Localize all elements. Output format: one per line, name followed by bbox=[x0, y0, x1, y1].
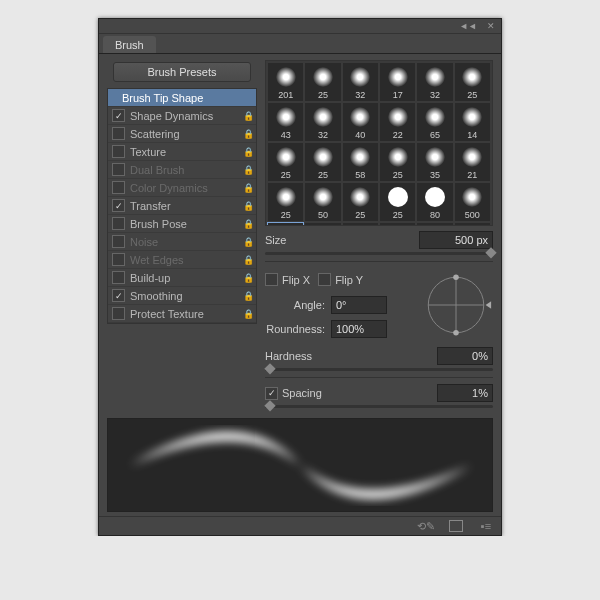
option-checkbox[interactable]: ✓ bbox=[112, 109, 125, 122]
size-field[interactable]: 500 px bbox=[419, 231, 493, 249]
option-checkbox[interactable] bbox=[112, 181, 125, 194]
option-checkbox[interactable] bbox=[112, 217, 125, 230]
option-dual-brush[interactable]: Dual Brush🔒 bbox=[108, 161, 256, 179]
brush-thumb[interactable]: 32 bbox=[417, 63, 452, 101]
brush-thumb[interactable]: 58 bbox=[343, 143, 378, 181]
lock-icon[interactable]: 🔒 bbox=[243, 291, 252, 301]
tab-brush[interactable]: Brush bbox=[103, 36, 156, 53]
option-label: Wet Edges bbox=[130, 254, 243, 266]
brush-thumb[interactable]: 65 bbox=[417, 103, 452, 141]
brush-icon bbox=[462, 107, 482, 127]
lock-icon[interactable]: 🔒 bbox=[243, 201, 252, 211]
close-icon[interactable]: ✕ bbox=[487, 21, 495, 31]
tab-row: Brush bbox=[99, 34, 501, 54]
brush-thumb[interactable]: 32 bbox=[305, 103, 340, 141]
spacing-checkbox[interactable]: ✓ bbox=[265, 387, 278, 400]
spacing-slider[interactable] bbox=[265, 405, 493, 408]
brush-thumb[interactable]: 25 bbox=[417, 223, 452, 226]
brush-thumb[interactable]: 32 bbox=[343, 63, 378, 101]
option-checkbox[interactable] bbox=[112, 163, 125, 176]
menu-icon[interactable]: ▪≡ bbox=[479, 520, 493, 532]
panel-footer: ⟲✎ ▪≡ bbox=[99, 516, 501, 535]
option-texture[interactable]: Texture🔒 bbox=[108, 143, 256, 161]
brush-icon bbox=[425, 107, 445, 127]
hardness-field[interactable]: 0% bbox=[437, 347, 493, 365]
brush-thumb[interactable]: 21 bbox=[455, 143, 490, 181]
brush-thumb[interactable]: 80 bbox=[417, 183, 452, 221]
flipy-checkbox[interactable] bbox=[318, 273, 331, 286]
lock-icon[interactable]: 🔒 bbox=[243, 237, 252, 247]
brush-thumb[interactable]: 14 bbox=[455, 103, 490, 141]
svg-marker-5 bbox=[486, 301, 492, 308]
brush-thumb[interactable]: 50 bbox=[305, 183, 340, 221]
brush-thumb[interactable]: 25 bbox=[455, 63, 490, 101]
brush-presets-button[interactable]: Brush Presets bbox=[113, 62, 251, 82]
angle-control[interactable] bbox=[419, 268, 493, 342]
brush-thumb[interactable]: 500 bbox=[455, 183, 490, 221]
size-slider[interactable] bbox=[265, 252, 493, 255]
option-shape-dynamics[interactable]: ✓Shape Dynamics🔒 bbox=[108, 107, 256, 125]
roundness-label: Roundness: bbox=[265, 323, 325, 335]
brush-icon bbox=[388, 67, 408, 87]
option-smoothing[interactable]: ✓Smoothing🔒 bbox=[108, 287, 256, 305]
lock-icon[interactable]: 🔒 bbox=[243, 147, 252, 157]
brush-thumb[interactable]: 17 bbox=[380, 63, 415, 101]
option-checkbox[interactable] bbox=[112, 307, 125, 320]
angle-field[interactable]: 0° bbox=[331, 296, 387, 314]
option-build-up[interactable]: Build-up🔒 bbox=[108, 269, 256, 287]
brush-thumb[interactable]: 201 bbox=[268, 63, 303, 101]
brush-thumb[interactable]: 25 bbox=[268, 143, 303, 181]
lock-icon[interactable]: 🔒 bbox=[243, 219, 252, 229]
brush-thumb[interactable]: 25 bbox=[380, 143, 415, 181]
option-brush-pose[interactable]: Brush Pose🔒 bbox=[108, 215, 256, 233]
roundness-field[interactable]: 100% bbox=[331, 320, 387, 338]
brush-thumb[interactable]: 35 bbox=[417, 143, 452, 181]
option-checkbox[interactable] bbox=[112, 145, 125, 158]
option-noise[interactable]: Noise🔒 bbox=[108, 233, 256, 251]
lock-icon[interactable]: 🔒 bbox=[243, 129, 252, 139]
brush-thumb[interactable]: 25 bbox=[380, 183, 415, 221]
brush-thumb[interactable]: 25 bbox=[305, 63, 340, 101]
option-checkbox[interactable]: ✓ bbox=[112, 289, 125, 302]
option-color-dynamics[interactable]: Color Dynamics🔒 bbox=[108, 179, 256, 197]
option-checkbox[interactable] bbox=[112, 127, 125, 140]
option-wet-edges[interactable]: Wet Edges🔒 bbox=[108, 251, 256, 269]
option-checkbox[interactable]: ✓ bbox=[112, 199, 125, 212]
brush-thumb[interactable]: 258 bbox=[380, 223, 415, 226]
brush-icon bbox=[425, 67, 445, 87]
lock-icon[interactable]: 🔒 bbox=[243, 111, 252, 121]
brush-thumb[interactable]: 25 bbox=[268, 183, 303, 221]
option-brush-tip-shape[interactable]: Brush Tip Shape bbox=[108, 89, 256, 107]
lock-icon[interactable]: 🔒 bbox=[243, 255, 252, 265]
brush-icon bbox=[462, 187, 482, 207]
lock-icon[interactable]: 🔒 bbox=[243, 273, 252, 283]
brush-thumb[interactable]: 175 bbox=[343, 223, 378, 226]
brush-thumb[interactable]: 40 bbox=[343, 103, 378, 141]
flipx-checkbox[interactable] bbox=[265, 273, 278, 286]
brush-size-label: 25 bbox=[281, 210, 291, 220]
brush-thumb[interactable]: 6 bbox=[455, 223, 490, 226]
lock-icon[interactable]: 🔒 bbox=[243, 183, 252, 193]
option-transfer[interactable]: ✓Transfer🔒 bbox=[108, 197, 256, 215]
option-protect-texture[interactable]: Protect Texture🔒 bbox=[108, 305, 256, 323]
option-checkbox[interactable] bbox=[112, 271, 125, 284]
collapse-icon[interactable]: ◄◄ bbox=[459, 21, 477, 31]
brush-thumb[interactable]: 25 bbox=[305, 223, 340, 226]
hardness-slider[interactable] bbox=[265, 368, 493, 371]
new-preset-icon[interactable] bbox=[449, 520, 463, 532]
brush-thumb[interactable]: 25 bbox=[343, 183, 378, 221]
toggle-preview-icon[interactable]: ⟲✎ bbox=[419, 520, 433, 532]
brush-size-label: 14 bbox=[467, 130, 477, 140]
option-scattering[interactable]: Scattering🔒 bbox=[108, 125, 256, 143]
brush-thumb[interactable]: 22 bbox=[380, 103, 415, 141]
lock-icon[interactable]: 🔒 bbox=[243, 309, 252, 319]
brush-icon bbox=[350, 107, 370, 127]
option-checkbox[interactable] bbox=[112, 235, 125, 248]
brush-thumbnail-grid[interactable]: 2012532173225433240226514252558253521255… bbox=[265, 60, 493, 226]
brush-thumb[interactable]: 500 bbox=[268, 223, 303, 226]
option-checkbox[interactable] bbox=[112, 253, 125, 266]
lock-icon[interactable]: 🔒 bbox=[243, 165, 252, 175]
brush-thumb[interactable]: 25 bbox=[305, 143, 340, 181]
brush-thumb[interactable]: 43 bbox=[268, 103, 303, 141]
spacing-field[interactable]: 1% bbox=[437, 384, 493, 402]
